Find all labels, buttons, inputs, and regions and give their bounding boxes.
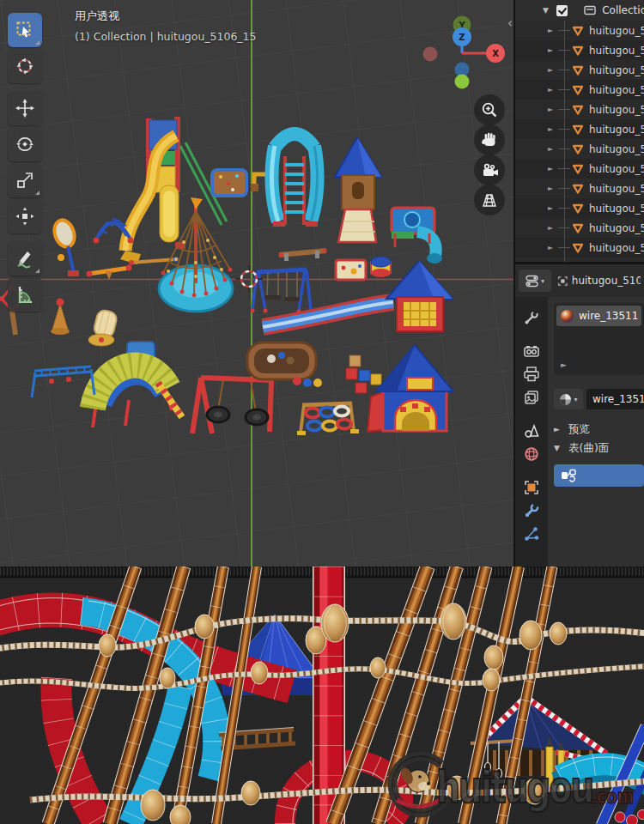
outliner-collection-row[interactable]: ▼ Collection xyxy=(515,0,644,21)
preview-section-label: 预览 xyxy=(568,422,590,437)
cursor-3d-icon xyxy=(15,56,35,76)
mesh-data-icon xyxy=(571,44,585,58)
section-preview[interactable]: ► 预览 xyxy=(554,420,644,439)
outliner-item[interactable]: ► huitugou_5106_15 xyxy=(515,60,644,80)
outliner-list: ► huitugou_5106_15 ► huitugou_5106_15 xyxy=(515,21,644,262)
expand-arrow-icon[interactable]: ► xyxy=(548,244,558,251)
screenshot-root: 用户透视 (1) Collection | huitugou_5106_15 xyxy=(0,0,644,824)
pan-button[interactable] xyxy=(474,124,505,155)
use-nodes-button[interactable] xyxy=(554,464,644,487)
rotate-icon xyxy=(15,134,35,154)
tree-connector xyxy=(558,50,570,51)
properties-tab-strip xyxy=(515,297,548,566)
mesh-data-icon xyxy=(571,24,585,38)
properties-panel: ▾ huitugou_5106_15 xyxy=(515,262,644,566)
outliner-item[interactable]: ► huitugou_5106_15 xyxy=(515,258,644,262)
tree-connector xyxy=(558,208,570,209)
expand-arrow-icon[interactable]: ► xyxy=(548,145,558,153)
outliner-item[interactable]: ► huitugou_5106_15 xyxy=(515,21,644,40)
material-name-field[interactable]: wire_1351 xyxy=(586,389,644,409)
mesh-data-icon xyxy=(571,202,585,215)
outliner-item[interactable]: ► huitugou_5106_15 xyxy=(515,198,644,218)
collection-label: Collection xyxy=(602,4,644,16)
outliner-panel[interactable]: ▼ Collection ► huitugou_5106_15 xyxy=(515,0,644,262)
tree-connector xyxy=(558,89,570,90)
mesh-data-icon xyxy=(571,83,585,97)
tab-view-layer[interactable] xyxy=(519,387,544,408)
mesh-data-icon xyxy=(571,162,585,176)
blender-window: 用户透视 (1) Collection | huitugou_5106_15 xyxy=(0,0,644,566)
expand-arrow-icon[interactable]: ► xyxy=(548,165,558,173)
gizmo-axis-y-neg-ball xyxy=(455,75,470,89)
expand-arrow-icon[interactable]: ► xyxy=(548,125,558,133)
outliner-item[interactable]: ► huitugou_5106_15 xyxy=(515,179,644,198)
tool-move[interactable] xyxy=(8,91,42,125)
material-slot-list[interactable]: wire_13511 ► xyxy=(554,303,644,375)
tree-connector xyxy=(558,188,570,189)
tab-object[interactable] xyxy=(519,477,544,498)
slot-specials-arrow[interactable]: ► xyxy=(561,360,567,369)
expand-arrow-icon[interactable]: ► xyxy=(548,66,558,74)
tool-select-box[interactable] xyxy=(8,13,42,47)
tab-physics[interactable] xyxy=(519,524,544,544)
toy-drum xyxy=(371,257,391,277)
expand-arrow-icon[interactable]: ► xyxy=(548,86,558,94)
gizmo-z-label: Z xyxy=(459,33,465,42)
expand-arrow-icon[interactable]: ► xyxy=(548,27,558,34)
section-expanded-icon: ▼ xyxy=(554,444,562,452)
mesh-data-icon xyxy=(571,103,585,117)
outliner-item[interactable]: ► huitugou_5106_15 xyxy=(515,119,644,139)
zoom-button[interactable] xyxy=(474,94,505,125)
material-slot-active[interactable]: wire_13511 xyxy=(556,306,641,326)
wireframe-render: huitugou .com xyxy=(0,566,644,824)
expand-arrow-icon[interactable]: ► xyxy=(548,204,558,212)
viewport-3d[interactable]: 用户透视 (1) Collection | huitugou_5106_15 xyxy=(0,0,513,566)
tool-transform[interactable] xyxy=(8,199,42,233)
outliner-item[interactable]: ► huitugou_5106_15 xyxy=(515,100,644,119)
expand-arrow-icon[interactable]: ► xyxy=(548,46,558,54)
tab-tool[interactable] xyxy=(519,307,544,328)
scale-icon xyxy=(15,170,35,191)
tab-scene[interactable] xyxy=(519,421,544,441)
breadcrumb-object-name: huitugou_5106_15 xyxy=(572,275,641,287)
tool-rotate[interactable] xyxy=(8,127,42,161)
tool-measure[interactable] xyxy=(8,277,42,312)
tool-cursor-3d[interactable] xyxy=(8,49,42,83)
outliner-item[interactable]: ► huitugou_5106_15 xyxy=(515,40,644,60)
tab-output[interactable] xyxy=(519,364,544,385)
mesh-data-icon xyxy=(571,221,585,235)
expand-arrow-icon[interactable]: ► xyxy=(548,224,558,232)
material-preview-sphere-icon xyxy=(561,310,574,323)
expand-arrow-icon[interactable]: ► xyxy=(548,106,558,113)
measure-icon xyxy=(15,284,35,305)
section-surface[interactable]: ▼ 表(曲)面 xyxy=(554,439,644,457)
outliner-item[interactable]: ► huitugou_5106_15 xyxy=(515,139,644,159)
tab-modifiers[interactable] xyxy=(519,500,544,521)
expand-arrow-icon[interactable]: ► xyxy=(548,185,558,192)
tool-scale[interactable] xyxy=(8,163,42,197)
collection-disclosure-icon[interactable]: ▼ xyxy=(543,6,550,15)
sidebar-collapse-arrow[interactable]: ‹ xyxy=(507,17,513,29)
outliner-item[interactable]: ► huitugou_5106_15 xyxy=(515,218,644,238)
outliner-item[interactable]: ► huitugou_5106_15 xyxy=(515,238,644,258)
toggle-ortho-button[interactable] xyxy=(474,185,505,215)
outliner-item[interactable]: ► huitugou_5106_15 xyxy=(515,159,644,179)
hand-icon xyxy=(480,130,499,149)
editor-type-button[interactable]: ▾ xyxy=(519,270,551,292)
viewport-nav-buttons xyxy=(474,94,505,215)
physics-nodes-tab-icon xyxy=(523,525,540,542)
output-tab-icon xyxy=(523,366,540,383)
viewport-toolbar xyxy=(8,13,42,313)
modifier-wrench-tab-icon xyxy=(523,502,540,519)
mesh-data-icon xyxy=(571,182,585,196)
camera-view-button[interactable] xyxy=(474,154,505,185)
object-breadcrumb-icon xyxy=(558,275,568,288)
tab-world[interactable] xyxy=(519,444,544,464)
navigation-gizmo[interactable]: Y Z X xyxy=(419,9,508,91)
tab-render[interactable] xyxy=(519,341,544,361)
browse-material-button[interactable]: ▾ xyxy=(554,389,583,409)
outliner-item[interactable]: ► huitugou_5106_15 xyxy=(515,80,644,100)
collection-checkbox[interactable] xyxy=(556,5,568,16)
tool-annotate[interactable] xyxy=(8,241,42,276)
annotate-pen-icon xyxy=(15,248,35,269)
